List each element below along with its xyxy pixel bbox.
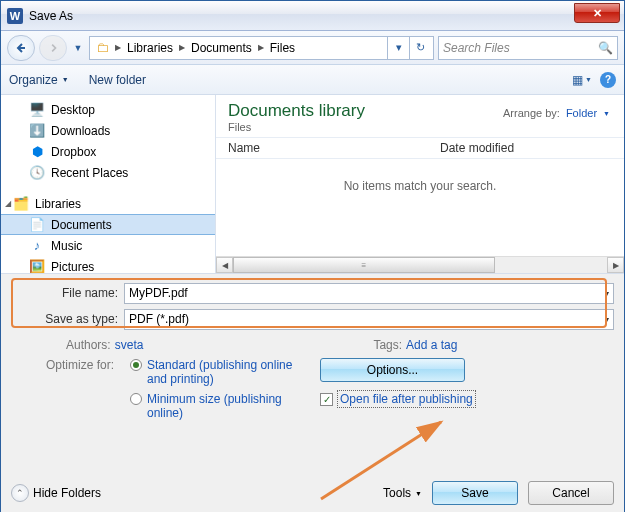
- chevron-down-icon[interactable]: ▾: [605, 289, 609, 298]
- file-name-input[interactable]: MyPDF.pdf ▾: [124, 283, 614, 304]
- libraries-icon: 🗂️: [13, 196, 29, 212]
- tools-menu[interactable]: Tools ▼: [383, 486, 422, 500]
- file-name-label: File name:: [11, 286, 124, 300]
- column-date[interactable]: Date modified: [440, 141, 514, 155]
- nav-forward-button[interactable]: [39, 35, 67, 61]
- scroll-thumb[interactable]: ≡: [233, 257, 495, 273]
- sidebar-item-desktop[interactable]: 🖥️Desktop: [1, 99, 215, 120]
- chevron-down-icon: ▼: [415, 490, 422, 497]
- form-area: File name: MyPDF.pdf ▾ Save as type: PDF…: [1, 273, 624, 512]
- folder-icon: 🗀: [96, 40, 109, 55]
- breadcrumb-bar[interactable]: 🗀 ▶ Libraries ▶ Documents ▶ Files ▾ ↻: [89, 36, 434, 60]
- sidebar-item-music[interactable]: ♪Music: [1, 235, 215, 256]
- search-placeholder: Search Files: [443, 41, 510, 55]
- sidebar-libraries-header[interactable]: ◢🗂️Libraries: [1, 193, 215, 214]
- empty-message: No items match your search.: [216, 159, 624, 213]
- arrange-by[interactable]: Arrange by: Folder ▼: [503, 107, 610, 119]
- save-as-dialog: W Save As ✕ ▼ 🗀 ▶ Libraries ▶ Documents …: [0, 0, 625, 512]
- help-icon[interactable]: ?: [600, 72, 616, 88]
- scroll-left-button[interactable]: ◀: [216, 257, 233, 273]
- column-name[interactable]: Name: [228, 141, 260, 155]
- sidebar-item-downloads[interactable]: ⬇️Downloads: [1, 120, 215, 141]
- organize-menu[interactable]: Organize ▼: [9, 73, 69, 87]
- tags-field[interactable]: Tags:Add a tag: [373, 338, 457, 352]
- toolbar: Organize ▼ New folder ▦▼ ?: [1, 65, 624, 95]
- sidebar-item-dropbox[interactable]: ⬢Dropbox: [1, 141, 215, 162]
- horizontal-scrollbar[interactable]: ◀ ≡ ▶: [216, 256, 624, 273]
- options-button[interactable]: Options...: [320, 358, 465, 382]
- save-button[interactable]: Save: [432, 481, 518, 505]
- download-icon: ⬇️: [29, 123, 45, 139]
- sidebar: 🖥️Desktop ⬇️Downloads ⬢Dropbox 🕓Recent P…: [1, 95, 216, 273]
- nav-back-button[interactable]: [7, 35, 35, 61]
- optimize-minimum-radio[interactable]: Minimum size (publishing online): [130, 392, 310, 420]
- collapse-icon: ⌃: [11, 484, 29, 502]
- breadcrumb-segment-files[interactable]: Files: [266, 37, 299, 59]
- view-options-button[interactable]: ▦▼: [572, 73, 592, 87]
- radio-icon: [130, 359, 142, 371]
- optimize-standard-radio[interactable]: Standard (publishing online and printing…: [130, 358, 310, 386]
- file-listing: Documents library Files Arrange by: Fold…: [216, 95, 624, 273]
- desktop-icon: 🖥️: [29, 102, 45, 118]
- optimize-label: Optimize for:: [46, 358, 114, 426]
- pictures-icon: 🖼️: [29, 259, 45, 274]
- hide-folders-button[interactable]: ⌃ Hide Folders: [11, 484, 101, 502]
- main-area: 🖥️Desktop ⬇️Downloads ⬢Dropbox 🕓Recent P…: [1, 95, 624, 273]
- document-icon: 📄: [29, 217, 45, 233]
- save-type-label: Save as type:: [11, 312, 124, 326]
- scroll-track[interactable]: ≡: [233, 257, 607, 273]
- refresh-button[interactable]: ↻: [409, 37, 431, 59]
- search-input[interactable]: Search Files 🔍: [438, 36, 618, 60]
- open-after-checkbox[interactable]: ✓ Open file after publishing: [320, 390, 614, 408]
- save-type-dropdown[interactable]: PDF (*.pdf) ▾: [124, 309, 614, 330]
- cancel-button[interactable]: Cancel: [528, 481, 614, 505]
- dropbox-icon: ⬢: [29, 144, 45, 160]
- new-folder-button[interactable]: New folder: [89, 73, 146, 87]
- titlebar: W Save As ✕: [1, 1, 624, 31]
- chevron-down-icon[interactable]: ▾: [605, 315, 609, 324]
- checkbox-icon: ✓: [320, 393, 333, 406]
- sidebar-item-recent[interactable]: 🕓Recent Places: [1, 162, 215, 183]
- chevron-right-icon[interactable]: ▶: [113, 43, 123, 52]
- expand-icon[interactable]: ◢: [5, 199, 11, 208]
- chevron-right-icon[interactable]: ▶: [177, 43, 187, 52]
- authors-field[interactable]: Authors:sveta: [66, 338, 143, 352]
- breadcrumb-dropdown[interactable]: ▾: [387, 37, 409, 59]
- radio-icon: [130, 393, 142, 405]
- sidebar-item-pictures[interactable]: 🖼️Pictures: [1, 256, 215, 273]
- column-headers[interactable]: Name Date modified: [216, 137, 624, 159]
- breadcrumb-segment-documents[interactable]: Documents: [187, 37, 256, 59]
- breadcrumb-root[interactable]: 🗀: [92, 37, 113, 59]
- chevron-down-icon: ▼: [603, 110, 610, 117]
- chevron-down-icon: ▼: [62, 76, 69, 83]
- nav-row: ▼ 🗀 ▶ Libraries ▶ Documents ▶ Files ▾ ↻ …: [1, 31, 624, 65]
- chevron-right-icon[interactable]: ▶: [256, 43, 266, 52]
- library-subtitle: Files: [228, 121, 612, 133]
- nav-history-dropdown[interactable]: ▼: [71, 39, 85, 57]
- sidebar-item-documents[interactable]: 📄Documents: [1, 214, 215, 235]
- breadcrumb-segment-libraries[interactable]: Libraries: [123, 37, 177, 59]
- word-app-icon: W: [7, 8, 23, 24]
- recent-icon: 🕓: [29, 165, 45, 181]
- scroll-right-button[interactable]: ▶: [607, 257, 624, 273]
- music-icon: ♪: [29, 238, 45, 254]
- window-title: Save As: [29, 9, 73, 23]
- search-icon: 🔍: [598, 41, 613, 55]
- close-button[interactable]: ✕: [574, 3, 620, 23]
